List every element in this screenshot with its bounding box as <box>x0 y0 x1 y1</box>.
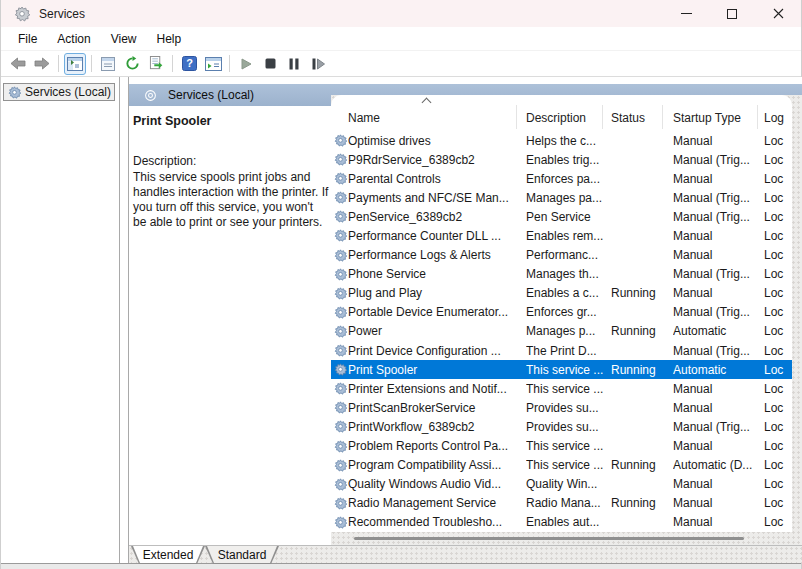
service-log-on-as: Loc <box>764 363 792 377</box>
column-header-startup-type[interactable]: Startup Type <box>673 111 741 125</box>
service-row[interactable]: Print Spooler This service ... Running A… <box>331 360 792 379</box>
restart-service-button[interactable] <box>307 53 329 75</box>
service-row[interactable]: Parental Controls Enforces pa... Manual … <box>331 169 792 188</box>
toolbar-separator <box>172 55 173 72</box>
help-button[interactable]: ? <box>178 53 200 75</box>
service-row[interactable]: P9RdrService_6389cb2 Enables trig... Man… <box>331 150 792 169</box>
menu-action[interactable]: Action <box>48 29 99 49</box>
service-status: Running <box>611 286 661 300</box>
stop-icon <box>265 58 276 69</box>
service-row[interactable]: PenService_6389cb2 Pen Service Manual (T… <box>331 207 792 226</box>
export-list-button[interactable] <box>145 53 167 75</box>
refresh-button[interactable] <box>121 53 143 75</box>
service-row[interactable]: Power Manages p... Running Automatic Loc <box>331 322 792 341</box>
service-log-on-as: Loc <box>764 305 792 319</box>
taskpad: Services (Local) Print Spooler Descripti… <box>128 77 802 563</box>
column-header-name[interactable]: Name <box>348 111 380 125</box>
selected-service-title: Print Spooler <box>133 114 326 128</box>
toolbar-separator <box>91 55 92 72</box>
service-row[interactable]: Optimise drives Helps the c... Manual Lo… <box>331 131 792 150</box>
column-divider[interactable] <box>662 105 663 129</box>
service-description: Radio Mana... <box>526 496 606 510</box>
service-row[interactable]: Portable Device Enumerator... Enforces g… <box>331 303 792 322</box>
service-description: This service ... <box>526 382 606 396</box>
services-app-icon <box>14 6 30 22</box>
service-row[interactable]: Performance Logs & Alerts Performanc... … <box>331 246 792 265</box>
service-log-on-as: Loc <box>764 324 792 338</box>
menu-help[interactable]: Help <box>148 29 191 49</box>
service-row[interactable]: Problem Reports Control Pa... This servi… <box>331 437 792 456</box>
service-row[interactable]: Performance Counter DLL ... Enables rem.… <box>331 226 792 245</box>
service-gear-icon-slot <box>334 210 347 223</box>
column-divider[interactable] <box>516 105 517 129</box>
column-divider[interactable] <box>602 105 603 129</box>
service-name: P9RdrService_6389cb2 <box>348 153 514 167</box>
column-header-log-on-as[interactable]: Log <box>764 111 784 125</box>
console-tree-icon <box>67 57 83 71</box>
service-name: Quality Windows Audio Vid... <box>348 477 514 491</box>
horizontal-scrollbar[interactable] <box>354 537 744 540</box>
service-description: Enables rem... <box>526 229 606 243</box>
stop-service-button[interactable] <box>259 53 281 75</box>
service-startup-type: Manual <box>673 382 757 396</box>
service-log-on-as: Loc <box>764 172 792 186</box>
properties-icon <box>100 57 116 71</box>
column-divider[interactable] <box>757 105 758 129</box>
service-row[interactable]: Radio Management Service Radio Mana... R… <box>331 494 792 513</box>
service-row[interactable]: Recommended Troublesho... Enables aut...… <box>331 513 792 532</box>
service-startup-type: Manual <box>673 286 757 300</box>
service-row[interactable]: Print Device Configuration ... The Print… <box>331 341 792 360</box>
maximize-button[interactable] <box>709 0 755 27</box>
menu-file[interactable]: File <box>9 29 46 49</box>
menu-bar: File Action View Help <box>1 27 801 51</box>
service-row[interactable]: Phone Service Manages th... Manual (Trig… <box>331 265 792 284</box>
tab-extended-label: Extended <box>131 548 205 562</box>
tree-item-services-local[interactable]: Services (Local) <box>3 83 115 101</box>
service-row[interactable]: Printer Extensions and Notif... This ser… <box>331 379 792 398</box>
tab-extended[interactable]: Extended <box>131 546 205 564</box>
forward-button[interactable] <box>31 53 53 75</box>
column-header-description[interactable]: Description <box>526 111 586 125</box>
service-name: Plug and Play <box>348 286 514 300</box>
service-name: Phone Service <box>348 267 514 281</box>
start-icon <box>241 58 252 70</box>
show-console-tree-button[interactable] <box>64 53 86 75</box>
show-action-pane-button[interactable] <box>202 53 224 75</box>
service-row[interactable]: Plug and Play Enables a c... Running Man… <box>331 284 792 303</box>
service-startup-type: Manual <box>673 477 757 491</box>
service-status: Running <box>611 324 661 338</box>
tab-standard[interactable]: Standard <box>205 546 279 564</box>
service-name: PrintWorkflow_6389cb2 <box>348 420 514 434</box>
service-description: Enables a c... <box>526 286 606 300</box>
service-log-on-as: Loc <box>764 229 792 243</box>
service-description: Provides su... <box>526 420 606 434</box>
service-gear-icon-slot <box>334 516 347 529</box>
service-name: Portable Device Enumerator... <box>348 305 514 319</box>
service-name: Performance Counter DLL ... <box>348 229 514 243</box>
service-row[interactable]: Quality Windows Audio Vid... Quality Win… <box>331 475 792 494</box>
service-description: Provides su... <box>526 401 606 415</box>
close-button[interactable] <box>755 0 801 27</box>
properties-button[interactable] <box>97 53 119 75</box>
start-service-button[interactable] <box>235 53 257 75</box>
service-startup-type: Manual <box>673 496 757 510</box>
service-row[interactable]: PrintWorkflow_6389cb2 Provides su... Man… <box>331 417 792 436</box>
sort-ascending-icon <box>422 98 432 108</box>
service-gear-icon-slot <box>334 153 347 166</box>
service-gear-icon <box>334 363 347 376</box>
service-description: This service ... <box>526 439 606 453</box>
service-row[interactable]: PrintScanBrokerService Provides su... Ma… <box>331 398 792 417</box>
toolbar-separator <box>229 55 230 72</box>
service-description: Enables trig... <box>526 153 606 167</box>
service-description: Pen Service <box>526 210 606 224</box>
service-startup-type: Manual <box>673 172 757 186</box>
service-row[interactable]: Payments and NFC/SE Man... Manages pa...… <box>331 188 792 207</box>
menu-view[interactable]: View <box>102 29 146 49</box>
service-log-on-as: Loc <box>764 382 792 396</box>
service-row[interactable]: Program Compatibility Assi... This servi… <box>331 456 792 475</box>
back-button[interactable] <box>7 53 29 75</box>
minimize-button[interactable] <box>663 0 709 27</box>
service-startup-type: Manual (Trig... <box>673 191 757 205</box>
pause-service-button[interactable] <box>283 53 305 75</box>
column-header-status[interactable]: Status <box>611 111 645 125</box>
